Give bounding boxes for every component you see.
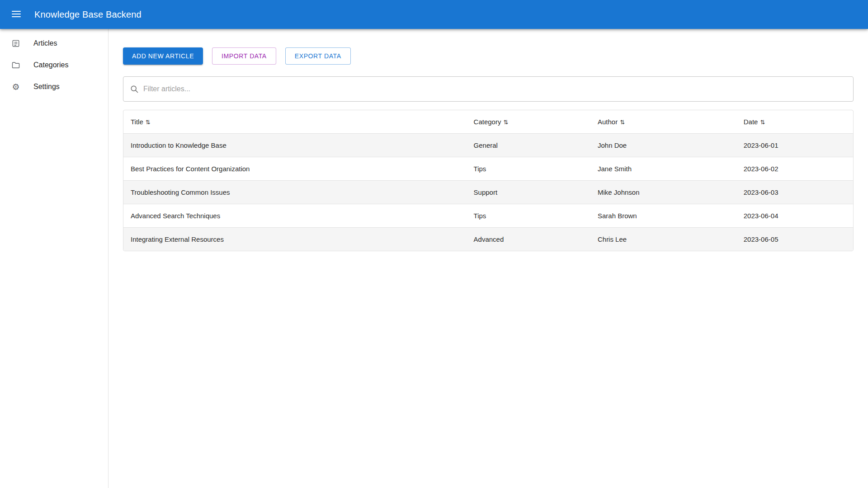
add-new-article-button[interactable]: ADD NEW ARTICLE [123, 47, 203, 65]
table-row: Integrating External ResourcesAdvancedCh… [123, 228, 853, 251]
sort-icon: ⇅ [146, 119, 151, 126]
search-icon [130, 84, 139, 94]
filter-articles-input[interactable] [143, 85, 847, 93]
cell-author: John Doe [590, 134, 736, 157]
table-body: Introduction to Knowledge BaseGeneralJoh… [123, 134, 853, 251]
cell-category: Tips [467, 157, 590, 181]
table-row: Troubleshooting Common IssuesSupportMike… [123, 181, 853, 204]
hamburger-icon [11, 9, 22, 21]
article-icon [11, 38, 21, 48]
sidebar-item-label: Settings [33, 83, 60, 91]
sidebar-item-label: Articles [33, 39, 57, 47]
cell-category: Advanced [467, 228, 590, 251]
column-header-author[interactable]: Author⇅ [590, 110, 736, 134]
cell-category: General [467, 134, 590, 157]
cell-date: 2023-06-04 [736, 204, 853, 228]
sort-icon: ⇅ [503, 119, 508, 126]
main-content: ADD NEW ARTICLE IMPORT DATA EXPORT DATA [108, 29, 868, 488]
table-row: Advanced Search TechniquesTipsSarah Brow… [123, 204, 853, 228]
sort-icon: ⇅ [760, 119, 765, 126]
hamburger-menu-button[interactable] [7, 5, 25, 23]
cell-author: Mike Johnson [590, 181, 736, 204]
cell-author: Sarah Brown [590, 204, 736, 228]
app-bar: Knowledge Base Backend [0, 0, 868, 29]
cell-author: Jane Smith [590, 157, 736, 181]
cell-date: 2023-06-05 [736, 228, 853, 251]
cell-title: Troubleshooting Common Issues [123, 181, 467, 204]
sort-icon: ⇅ [620, 119, 625, 126]
cell-title: Best Practices for Content Organization [123, 157, 467, 181]
cell-date: 2023-06-02 [736, 157, 853, 181]
cell-category: Support [467, 181, 590, 204]
cell-author: Chris Lee [590, 228, 736, 251]
column-header-category[interactable]: Category⇅ [467, 110, 590, 134]
folder-icon [11, 60, 21, 70]
page-title: Knowledge Base Backend [34, 9, 142, 20]
table-row: Introduction to Knowledge BaseGeneralJoh… [123, 134, 853, 157]
export-data-button[interactable]: EXPORT DATA [285, 47, 351, 65]
articles-table: Title⇅ Category⇅ Author⇅ Date⇅ Introduc [123, 110, 854, 251]
sidebar: Articles Categories ⚙ Settings [0, 29, 108, 488]
sidebar-item-articles[interactable]: Articles [0, 33, 108, 54]
cell-date: 2023-06-01 [736, 134, 853, 157]
cell-date: 2023-06-03 [736, 181, 853, 204]
sidebar-item-categories[interactable]: Categories [0, 54, 108, 76]
cell-title: Advanced Search Techniques [123, 204, 467, 228]
table-header-row: Title⇅ Category⇅ Author⇅ Date⇅ [123, 110, 853, 134]
sidebar-item-settings[interactable]: ⚙ Settings [0, 76, 108, 98]
toolbar: ADD NEW ARTICLE IMPORT DATA EXPORT DATA [123, 47, 854, 65]
import-data-button[interactable]: IMPORT DATA [212, 47, 276, 65]
cell-title: Integrating External Resources [123, 228, 467, 251]
sidebar-item-label: Categories [33, 61, 68, 69]
cell-category: Tips [467, 204, 590, 228]
column-header-title[interactable]: Title⇅ [123, 110, 467, 134]
column-header-date[interactable]: Date⇅ [736, 110, 853, 134]
filter-input-container [123, 76, 854, 102]
cell-title: Introduction to Knowledge Base [123, 134, 467, 157]
gear-icon: ⚙ [11, 82, 21, 92]
table-row: Best Practices for Content OrganizationT… [123, 157, 853, 181]
